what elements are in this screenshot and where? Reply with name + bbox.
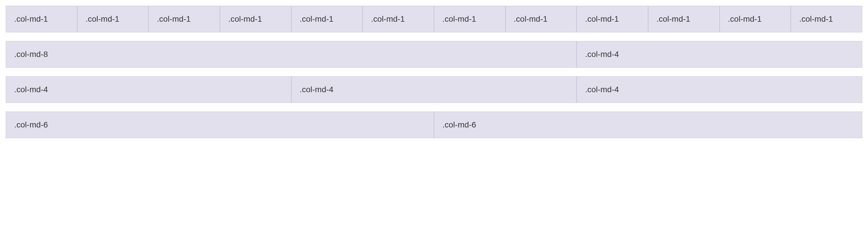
grid-col-md-6: .col-md-6: [434, 111, 862, 138]
grid-row: .col-md-6 .col-md-6: [6, 111, 862, 138]
grid-row: .col-md-1 .col-md-1 .col-md-1 .col-md-1 …: [6, 6, 862, 32]
grid-col-md-1: .col-md-1: [434, 6, 505, 32]
grid-col-md-4: .col-md-4: [6, 76, 291, 103]
grid-col-md-1: .col-md-1: [6, 6, 77, 32]
grid-col-md-4: .col-md-4: [577, 41, 862, 68]
grid-col-md-1: .col-md-1: [363, 6, 434, 32]
grid-col-md-1: .col-md-1: [648, 6, 720, 32]
grid-row: .col-md-4 .col-md-4 .col-md-4: [6, 76, 862, 103]
grid-col-md-6: .col-md-6: [6, 111, 434, 138]
grid-col-md-1: .col-md-1: [791, 6, 862, 32]
grid-col-md-4: .col-md-4: [577, 76, 862, 103]
grid-col-md-1: .col-md-1: [77, 6, 149, 32]
grid-row: .col-md-8 .col-md-4: [6, 41, 862, 68]
grid-container: .col-md-1 .col-md-1 .col-md-1 .col-md-1 …: [6, 6, 862, 138]
grid-col-md-1: .col-md-1: [720, 6, 791, 32]
grid-col-md-1: .col-md-1: [577, 6, 648, 32]
grid-col-md-4: .col-md-4: [291, 76, 577, 103]
grid-col-md-1: .col-md-1: [291, 6, 363, 32]
grid-col-md-8: .col-md-8: [6, 41, 577, 68]
grid-col-md-1: .col-md-1: [148, 6, 220, 32]
grid-col-md-1: .col-md-1: [220, 6, 291, 32]
grid-col-md-1: .col-md-1: [505, 6, 577, 32]
